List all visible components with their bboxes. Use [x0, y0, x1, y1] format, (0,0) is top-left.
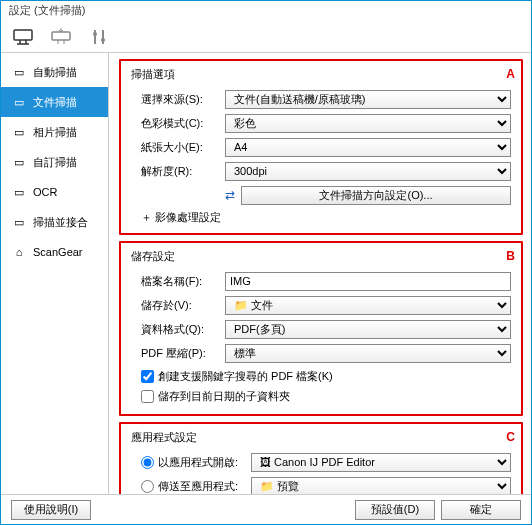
group-scan-options: A 掃描選項 選擇來源(S):文件(自動送稿機/原稿玻璃) 色彩模式(C):彩色…: [119, 59, 523, 235]
image-processing-label: 影像處理設定: [155, 211, 221, 223]
tab-settings-icon[interactable]: [87, 25, 111, 49]
source-select[interactable]: 文件(自動送稿機/原稿玻璃): [225, 90, 511, 109]
source-label: 選擇來源(S):: [131, 92, 225, 107]
format-select[interactable]: PDF(多頁): [225, 320, 511, 339]
ok-button[interactable]: 確定: [441, 500, 521, 520]
saveto-select[interactable]: 📁 文件: [225, 296, 511, 315]
orientation-button[interactable]: 文件掃描方向設定(O)...: [241, 186, 511, 205]
date-subfolder-checkbox[interactable]: 儲存到目前日期的子資料夾: [131, 386, 511, 406]
group-marker-b: B: [506, 249, 515, 263]
svg-point-10: [101, 38, 105, 42]
filename-input[interactable]: [225, 272, 511, 291]
svg-rect-4: [52, 32, 70, 40]
svg-rect-0: [14, 30, 32, 40]
doc-icon: ▭: [11, 154, 27, 170]
content: A 掃描選項 選擇來源(S):文件(自動送稿機/原稿玻璃) 色彩模式(C):彩色…: [109, 53, 531, 494]
res-label: 解析度(R):: [131, 164, 225, 179]
sidebar-item-label: 掃描並接合: [33, 215, 88, 230]
sidebar-item-label: 自訂掃描: [33, 155, 77, 170]
keyword-pdf-checkbox[interactable]: 創建支援關鍵字搜尋的 PDF 檔案(K): [131, 366, 511, 386]
sidebar-item-label: OCR: [33, 186, 57, 198]
doc-icon: ▭: [11, 184, 27, 200]
doc-icon: ▭: [11, 94, 27, 110]
filename-label: 檔案名稱(F):: [131, 274, 225, 289]
paper-select[interactable]: A4: [225, 138, 511, 157]
defaults-button[interactable]: 預設值(D): [355, 500, 435, 520]
sidebar-item-label: ScanGear: [33, 246, 83, 258]
sidebar-item-custom[interactable]: ▭自訂掃描: [1, 147, 108, 177]
compress-label: PDF 壓縮(P):: [131, 346, 225, 361]
sidebar: ▭自動掃描 ▭文件掃描 ▭相片掃描 ▭自訂掃描 ▭OCR ▭掃描並接合 ⌂Sca…: [1, 53, 109, 494]
sidebar-item-scangear[interactable]: ⌂ScanGear: [1, 237, 108, 267]
doc-icon: ▭: [11, 64, 27, 80]
paper-label: 紙張大小(E):: [131, 140, 225, 155]
color-select[interactable]: 彩色: [225, 114, 511, 133]
sidebar-item-photo[interactable]: ▭相片掃描: [1, 117, 108, 147]
open-with-radio[interactable]: 以應用程式開啟:: [131, 452, 251, 472]
saveto-label: 儲存於(V):: [131, 298, 225, 313]
color-label: 色彩模式(C):: [131, 116, 225, 131]
swap-icon[interactable]: ⇄: [225, 188, 235, 202]
footer: 使用說明(I) 預設值(D) 確定: [1, 494, 531, 524]
sidebar-item-label: 文件掃描: [33, 95, 77, 110]
svg-point-9: [93, 32, 97, 36]
help-button[interactable]: 使用說明(I): [11, 500, 91, 520]
sidebar-item-stitch[interactable]: ▭掃描並接合: [1, 207, 108, 237]
group-save-settings: B 儲存設定 檔案名稱(F): 儲存於(V):📁 文件 資料格式(Q):PDF(…: [119, 241, 523, 416]
group-title: 儲存設定: [131, 249, 511, 264]
compress-select[interactable]: 標準: [225, 344, 511, 363]
res-select[interactable]: 300dpi: [225, 162, 511, 181]
group-marker-a: A: [506, 67, 515, 81]
group-title: 掃描選項: [131, 67, 511, 82]
scanner-icon: ⌂: [11, 244, 27, 260]
doc-icon: ▭: [11, 214, 27, 230]
sidebar-item-document[interactable]: ▭文件掃描: [1, 87, 108, 117]
group-marker-c: C: [506, 430, 515, 444]
send-app-select[interactable]: 📁 預覽: [251, 477, 511, 495]
titlebar: 設定 (文件掃描): [1, 1, 531, 21]
doc-icon: ▭: [11, 124, 27, 140]
group-app-settings: C 應用程式設定 以應用程式開啟:🖼 Canon IJ PDF Editor 傳…: [119, 422, 523, 494]
image-processing-expand[interactable]: ＋ 影像處理設定: [131, 210, 511, 225]
plus-icon: ＋: [141, 211, 152, 223]
sidebar-item-ocr[interactable]: ▭OCR: [1, 177, 108, 207]
tab-scan-from-panel-icon[interactable]: [49, 25, 73, 49]
sidebar-item-label: 自動掃描: [33, 65, 77, 80]
sidebar-item-label: 相片掃描: [33, 125, 77, 140]
sidebar-item-auto[interactable]: ▭自動掃描: [1, 57, 108, 87]
tab-scan-from-pc-icon[interactable]: [11, 25, 35, 49]
group-title: 應用程式設定: [131, 430, 511, 445]
toolbar: [1, 21, 531, 53]
format-label: 資料格式(Q):: [131, 322, 225, 337]
open-with-select[interactable]: 🖼 Canon IJ PDF Editor: [251, 453, 511, 472]
send-app-radio[interactable]: 傳送至應用程式:: [131, 476, 251, 494]
